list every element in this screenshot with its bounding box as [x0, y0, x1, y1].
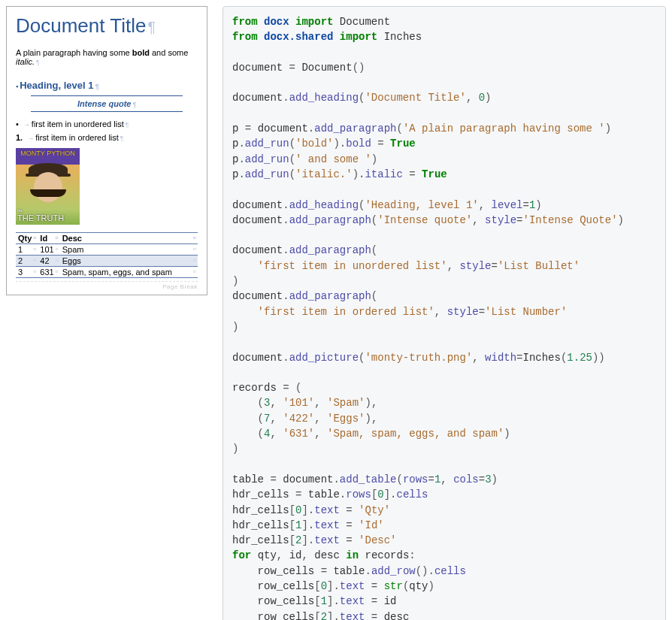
cell-text: Spam [62, 245, 84, 254]
code-token: Document [301, 62, 352, 74]
cell-mark-icon: ¤ [33, 234, 36, 241]
td: 631¤ [38, 267, 59, 278]
th-qty: Qty¤ [16, 233, 38, 244]
code-token: 0 [377, 488, 383, 501]
code-token: style [459, 260, 491, 272]
code-token: . [238, 138, 244, 150]
code-token: ( [353, 62, 359, 74]
code-token: True [390, 138, 416, 150]
para-bold: bold [132, 48, 150, 57]
code-token: document [283, 473, 333, 485]
code-token: 1.25 [567, 352, 592, 364]
code-token: row_cells [258, 580, 315, 592]
code-token: ) [504, 428, 510, 440]
code-token: . [340, 138, 346, 150]
para-italic: italic. [16, 57, 35, 66]
code-token: rows [346, 488, 371, 501]
doc-paragraph: A plain paragraph having some bold and s… [16, 48, 198, 66]
pic-logo: MONTY PYTHON [16, 150, 80, 157]
code-token: . [283, 244, 289, 256]
code-token: . [308, 122, 314, 135]
table-row: 3¤ 631¤ Spam, spam, eggs, and spam¤ [16, 267, 198, 278]
code-token: 'monty-truth.png' [365, 352, 472, 364]
code-token: document [258, 122, 308, 135]
th-id-text: Id [40, 234, 47, 243]
code-token: , [270, 413, 283, 425]
code-token: records [365, 549, 410, 561]
code-token: cells [397, 488, 428, 501]
td: Spam¤ [60, 244, 198, 256]
code-token: row_cells [258, 611, 315, 620]
code-token: ( [416, 565, 422, 577]
code-token: = [371, 138, 390, 150]
cell-mark-icon: ¤ [33, 246, 36, 253]
code-token: . [308, 534, 314, 546]
code-token: ( [396, 473, 402, 485]
code-token: 'first item in unordered list' [258, 260, 447, 272]
code-token: = [277, 382, 295, 394]
code-token: . [283, 199, 289, 211]
code-token: ( [371, 244, 377, 256]
code-token: 0 [479, 92, 485, 104]
code-token: 0 [321, 580, 327, 592]
cell-mark-icon: ¤ [193, 234, 196, 241]
cell-text: Spam, spam, eggs, and spam [62, 268, 172, 277]
pilcrow-icon: ¶ [95, 82, 98, 90]
code-token: 'Intense quote' [377, 214, 472, 226]
code-token: add_paragraph [314, 122, 396, 135]
code-token: 'Heading, level 1' [365, 199, 478, 211]
cell-text: Eggs [62, 256, 81, 265]
code-token: document [232, 352, 283, 364]
code-token: . [333, 580, 339, 592]
code-token: , [314, 428, 327, 440]
code-token: text [314, 519, 340, 531]
code-token: hdr_cells [232, 504, 289, 516]
cell-text: 631 [40, 268, 53, 277]
code-token: = [314, 565, 333, 577]
code-token: document [232, 92, 283, 104]
code-token: id [289, 549, 302, 561]
code-token: = [340, 534, 359, 546]
code-token: [ [314, 611, 320, 620]
code-token: [ [289, 534, 295, 546]
table-row: 2¤ 42¤ Eggs¤ [16, 256, 198, 267]
pic-caption-main: THE TRUTH [17, 213, 64, 222]
code-token: records [232, 382, 277, 394]
pilcrow-icon: ¶ [147, 19, 155, 35]
code-token: . [238, 153, 244, 165]
list-bullet-item: •→first item in unordered list¶ [16, 119, 198, 129]
tab-arrow-icon: → [27, 135, 34, 142]
cell-text: 1 [18, 245, 23, 254]
code-token: docx.shared [264, 31, 333, 43]
code-token: , [314, 397, 327, 409]
code-token: , [447, 260, 460, 272]
code-token: ( [258, 413, 264, 425]
code-token: = [283, 62, 301, 74]
code-token: 'A plain paragraph having some ' [403, 122, 605, 135]
cell-mark-icon: ¤ [55, 268, 58, 275]
code-token: add_run [245, 153, 289, 165]
code-token: ) [333, 138, 339, 150]
cell-mark-icon: ¤ [55, 234, 58, 241]
code-token: ) [492, 473, 498, 485]
para-plain: A plain paragraph having some [16, 48, 132, 57]
code-token: ) [353, 168, 359, 180]
code-token: ] [301, 534, 307, 546]
code-token: [ [289, 519, 295, 531]
code-token: add_table [340, 473, 397, 485]
code-token: 'Spam' [327, 397, 365, 409]
code-token: 'Eggs' [327, 413, 365, 425]
bullet-text: first item in unordered list [32, 119, 124, 129]
code-token: ) [365, 413, 371, 425]
td: 3¤ [16, 267, 38, 278]
code-token: text [314, 534, 340, 546]
code-token: add_paragraph [289, 290, 371, 302]
code-token: in [346, 549, 359, 561]
code-token: ) [232, 321, 238, 333]
td: Spam, spam, eggs, and spam¤ [60, 267, 198, 278]
code-token: ( [371, 290, 377, 302]
python-code-block[interactable]: from docx import Document from docx.shar… [222, 6, 666, 620]
cell-mark-icon: ¤ [55, 257, 58, 264]
code-token: 'Document Title' [365, 92, 465, 104]
code-token: text [340, 580, 365, 592]
